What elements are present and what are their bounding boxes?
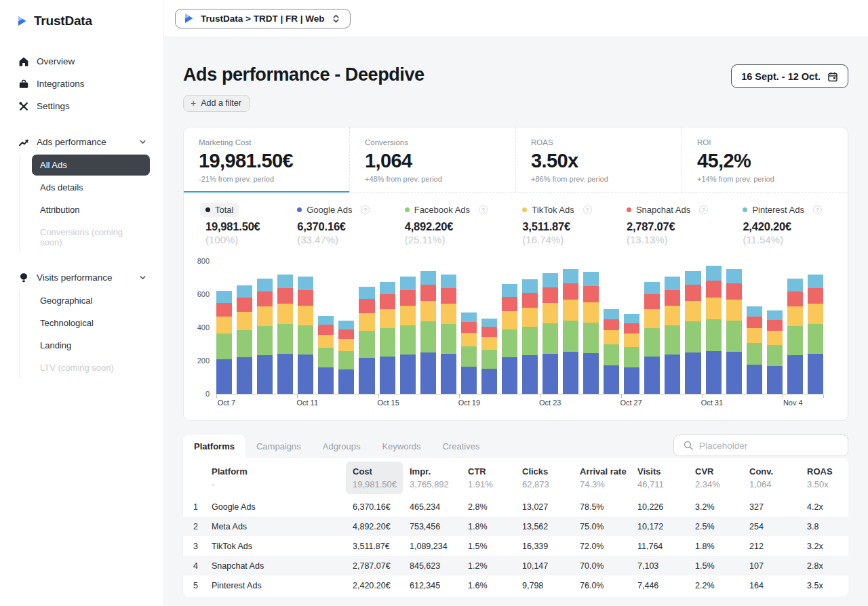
kpi-roi[interactable]: ROI 45,2% +14% from prev. period bbox=[682, 127, 848, 193]
content: Ads performance - Deepdive 16 Sept. - 12… bbox=[164, 37, 868, 606]
sidebar-item-technological[interactable]: Technological bbox=[32, 312, 150, 334]
kpi-label: ROI bbox=[697, 138, 834, 146]
column-header-impr[interactable]: Impr.3,765,892 bbox=[410, 466, 468, 489]
bar-segment-facebook-ads bbox=[624, 347, 639, 367]
table-row-meta-ads[interactable]: 2Meta Ads4,892.20€753,4561.8%13,56275.0%… bbox=[183, 517, 848, 536]
cell-platform: Snapchat Ads bbox=[212, 561, 353, 571]
bar-segment-tiktok-ads bbox=[563, 300, 578, 321]
cell-conv: 254 bbox=[749, 522, 807, 531]
table-body: 1Google Ads6,370.16€465,2342.8%13,02778.… bbox=[183, 497, 848, 595]
bar-oct-10 bbox=[277, 275, 293, 394]
cell-cost: 3,511.87€ bbox=[353, 542, 410, 551]
sidebar-section-ads-performance: Ads performanceAll AdsAds detailsAttribu… bbox=[0, 131, 163, 253]
cell-ctr: 1.2% bbox=[468, 561, 522, 571]
bar-segment-pinterest-ads bbox=[747, 306, 762, 317]
bar-segment-snapchat-ads bbox=[787, 291, 803, 306]
brand-logo: TrustData bbox=[0, 14, 163, 28]
column-header-cvr[interactable]: CVR2.34% bbox=[695, 466, 749, 489]
kpi-label: ROAS bbox=[531, 138, 668, 146]
bar-segment-snapchat-ads bbox=[257, 291, 273, 306]
info-icon[interactable]: ? bbox=[479, 205, 488, 214]
column-header-clicks[interactable]: Clicks62,873 bbox=[522, 466, 580, 489]
column-header-conv[interactable]: Conv.1,064 bbox=[749, 466, 807, 489]
column-header-roas[interactable]: ROAS3.50x bbox=[807, 466, 848, 489]
sidebar-item-landing[interactable]: Landing bbox=[32, 335, 150, 356]
topbar: TrustData > TRDT | FR | Web bbox=[164, 0, 868, 37]
add-filter-button[interactable]: + Add a filter bbox=[183, 95, 250, 112]
table-search[interactable] bbox=[673, 435, 848, 456]
workspace-selector[interactable]: TrustData > TRDT | FR | Web bbox=[175, 9, 351, 28]
sidebar-section-toggle-ads-performance[interactable]: Ads performance bbox=[0, 131, 163, 153]
bar-segment-pinterest-ads bbox=[237, 285, 252, 298]
bar-segment-facebook-ads bbox=[298, 325, 313, 355]
bar-segment-tiktok-ads bbox=[808, 304, 823, 324]
stacked-bar-chart: 0200400600800 Oct 7Oct 11Oct 15Oct 19Oct… bbox=[184, 248, 848, 420]
legend-label: Google Ads bbox=[307, 205, 352, 215]
bar-segment-tiktok-ads bbox=[522, 308, 538, 327]
column-total: 62,873 bbox=[522, 479, 580, 489]
legend-color-dot bbox=[205, 207, 210, 212]
cell-cvr: 1.8% bbox=[695, 542, 749, 551]
calendar-icon bbox=[827, 70, 838, 82]
table-row-google-ads[interactable]: 1Google Ads6,370.16€465,2342.8%13,02778.… bbox=[183, 497, 848, 517]
tab-keywords[interactable]: Keywords bbox=[371, 435, 431, 458]
table-row-tiktok-ads[interactable]: 3TikTok Ads3,511.87€1,089,2341.5%16,3397… bbox=[183, 536, 848, 556]
sidebar-item-integrations[interactable]: Integrations bbox=[0, 73, 163, 95]
bar-segment-snapchat-ads bbox=[604, 319, 619, 330]
bar-oct-19 bbox=[461, 312, 477, 394]
cell-impr: 753,456 bbox=[410, 522, 468, 531]
bar-segment-pinterest-ads bbox=[706, 266, 722, 281]
legend-item-pinterest-ads[interactable]: Pinterest Ads?2,420.20€(11.54%) bbox=[737, 203, 827, 245]
tab-campaigns[interactable]: Campaigns bbox=[245, 435, 312, 458]
info-icon[interactable]: ? bbox=[583, 205, 592, 214]
sidebar-item-settings[interactable]: Settings bbox=[0, 95, 163, 117]
bar-segment-pinterest-ads bbox=[359, 287, 374, 299]
info-icon[interactable]: ? bbox=[361, 205, 370, 214]
sidebar-item-overview[interactable]: Overview bbox=[0, 50, 163, 73]
cell-conv: 107 bbox=[749, 561, 807, 571]
info-icon[interactable]: ? bbox=[813, 205, 822, 214]
tab-adgroups[interactable]: Adgroups bbox=[312, 435, 372, 458]
sidebar-item-ads-details[interactable]: Ads details bbox=[32, 177, 150, 198]
info-icon[interactable]: ? bbox=[699, 205, 708, 214]
sidebar-item-geographical[interactable]: Geographical bbox=[32, 290, 150, 311]
legend-color-dot bbox=[405, 207, 410, 212]
legend-item-facebook-ads[interactable]: Facebook Ads?4,892.20€(25.11%) bbox=[399, 203, 493, 245]
column-header-cost[interactable]: Cost19,981.50€ bbox=[346, 462, 403, 494]
cell-visits: 7,446 bbox=[637, 581, 695, 590]
bar-segment-facebook-ads bbox=[318, 348, 334, 367]
legend-color-dot bbox=[627, 207, 631, 212]
sidebar-item-all-ads[interactable]: All Ads bbox=[32, 155, 150, 176]
cell-roas: 3.5x bbox=[807, 581, 848, 590]
kpi-conversions[interactable]: Conversions 1,064 +48% from prev. period bbox=[349, 127, 515, 193]
kpi-roas[interactable]: ROAS 3.50x +86% from prev. period bbox=[515, 127, 682, 193]
column-header-ctr[interactable]: CTR1.91% bbox=[468, 466, 522, 489]
bar-segment-snapchat-ads bbox=[644, 294, 660, 309]
plus-icon: + bbox=[191, 98, 196, 108]
kpi-value: 19,981.50€ bbox=[199, 150, 336, 172]
column-header-arrival-rate[interactable]: Arrival rate74.3% bbox=[580, 466, 637, 489]
legend-item-total[interactable]: Total19,981.50€(100%) bbox=[200, 203, 268, 245]
kpi-marketing-cost[interactable]: Marketing Cost 19,981.50€ -21% from prev… bbox=[184, 127, 349, 193]
cell-impr: 1,089,234 bbox=[410, 542, 468, 551]
sidebar-sections: Ads performanceAll AdsAds detailsAttribu… bbox=[0, 131, 163, 378]
table-row-pinterest-ads[interactable]: 5Pinterest Ads2,420.20€612,3451.6%9,7987… bbox=[183, 575, 848, 595]
search-input[interactable] bbox=[699, 441, 840, 451]
sidebar-section-toggle-visits-performance[interactable]: Visits performance bbox=[0, 266, 163, 289]
legend-item-google-ads[interactable]: Google Ads?6,370.16€(33.47%) bbox=[292, 203, 375, 245]
column-label: Clicks bbox=[522, 466, 580, 477]
table-row-snapchat-ads[interactable]: 4Snapchat Ads2,787.07€845,6231.2%10,1477… bbox=[183, 556, 848, 575]
bar-segment-pinterest-ads bbox=[685, 271, 701, 285]
legend-color-dot bbox=[743, 207, 747, 212]
date-range-picker[interactable]: 16 Sept. - 12 Oct. bbox=[731, 64, 848, 88]
legend-share: (100%) bbox=[205, 234, 268, 245]
column-header-visits[interactable]: Visits46,711 bbox=[637, 466, 695, 489]
bar-segment-tiktok-ads bbox=[685, 301, 701, 321]
legend-item-snapchat-ads[interactable]: Snapchat Ads?2,787.07€(13.13%) bbox=[621, 203, 713, 245]
legend-item-tiktok-ads[interactable]: TikTok Ads?3,511.87€(16.74%) bbox=[517, 203, 597, 245]
column-header-platform[interactable]: Platform- bbox=[212, 466, 353, 489]
tab-creatives[interactable]: Creatives bbox=[431, 435, 490, 458]
tab-platforms[interactable]: Platforms bbox=[183, 435, 245, 458]
sidebar-item-attribution[interactable]: Attribution bbox=[32, 199, 150, 220]
bar-oct-23 bbox=[542, 273, 558, 394]
